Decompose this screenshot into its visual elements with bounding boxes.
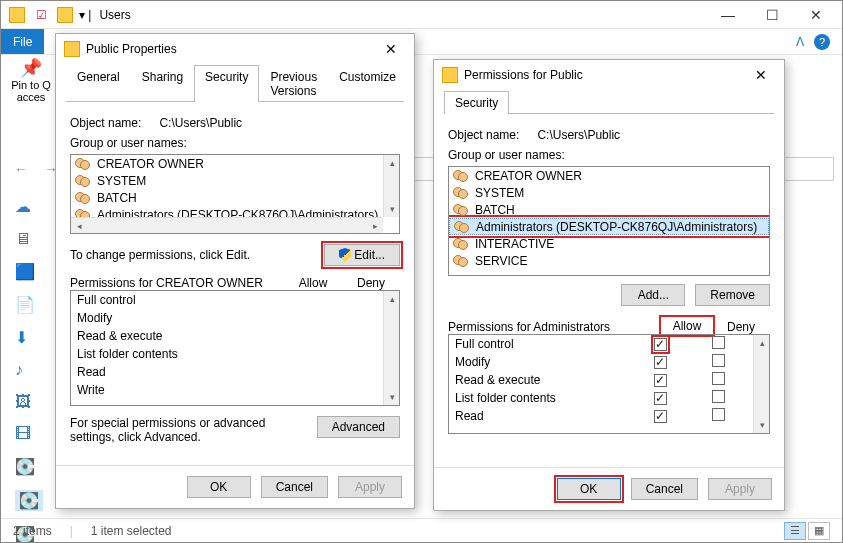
object-name-value: C:\Users\Public	[159, 116, 242, 130]
help-icon[interactable]: ?	[814, 34, 830, 50]
item-icon-selected[interactable]: 💽	[15, 490, 43, 511]
status-bar: 2 items | 1 item selected ☰ ▦	[1, 518, 842, 542]
view-icons[interactable]: ▦	[808, 522, 830, 540]
group-icon	[75, 175, 91, 187]
perms-ok-button[interactable]: OK	[557, 478, 621, 500]
tab-general[interactable]: General	[66, 65, 131, 102]
object-name-label: Object name:	[448, 128, 519, 142]
scrollbar-vertical[interactable]: ▴▾	[383, 291, 399, 405]
list-item[interactable]: BATCH	[449, 201, 769, 218]
allow-checkbox[interactable]	[654, 392, 667, 405]
back-button[interactable]: ←	[9, 157, 33, 181]
allow-checkbox[interactable]	[654, 410, 667, 423]
perms-title: Permissions for Public	[464, 68, 583, 82]
group-icon	[453, 170, 469, 182]
pictures-icon[interactable]: 🖼	[15, 393, 43, 411]
list-item[interactable]: BATCH	[71, 189, 383, 206]
pin-label2: acces	[17, 91, 46, 103]
scrollbar-vertical[interactable]: ▴▾	[383, 155, 399, 217]
videos-icon[interactable]: 🎞	[15, 425, 43, 443]
permissions-dialog: Permissions for Public ✕ Security Object…	[433, 59, 785, 511]
edit-button[interactable]: Edit...	[324, 244, 400, 266]
allow-checkbox[interactable]	[654, 356, 667, 369]
allow-checkbox[interactable]	[654, 374, 667, 387]
edit-hint: To change permissions, click Edit.	[70, 248, 324, 262]
pin-label1: Pin to Q	[11, 79, 51, 91]
documents-icon[interactable]: 📄	[15, 295, 43, 314]
tab-customize[interactable]: Customize	[328, 65, 407, 102]
close-button[interactable]: ✕	[794, 1, 838, 29]
minimize-button[interactable]: —	[706, 1, 750, 29]
perm-row: Modify	[449, 353, 753, 371]
folder-icon	[442, 67, 458, 83]
allow-header: Allow	[662, 318, 712, 334]
props-cancel-button[interactable]: Cancel	[261, 476, 328, 498]
group-icon	[453, 204, 469, 216]
advanced-button[interactable]: Advanced	[317, 416, 400, 438]
props-group-list[interactable]: CREATOR OWNERSYSTEMBATCHAdministrators (…	[70, 154, 400, 234]
pin-quick-access[interactable]: 📌 Pin to Q acces	[9, 57, 53, 103]
properties-dialog: Public Properties ✕ GeneralSharingSecuri…	[55, 33, 415, 509]
props-close-button[interactable]: ✕	[376, 37, 406, 61]
onedrive-icon[interactable]: ☁	[15, 197, 43, 216]
window-title: Users	[99, 8, 130, 22]
perm-row: Full control	[71, 291, 383, 309]
ribbon-chevron-icon[interactable]: ᐱ	[796, 35, 804, 49]
folder-icon	[64, 41, 80, 57]
perm-for-label: Permissions for CREATOR OWNER	[70, 276, 284, 290]
props-perm-grid[interactable]: Full controlModifyRead & executeList fol…	[70, 290, 400, 406]
allow-header: Allow	[284, 276, 342, 290]
tab-security[interactable]: Security	[444, 91, 509, 114]
perm-row: List folder contents	[71, 345, 383, 363]
perm-row: Read & execute	[71, 327, 383, 345]
deny-header: Deny	[712, 320, 770, 334]
perms-apply-button[interactable]: Apply	[708, 478, 772, 500]
group-icon	[75, 192, 91, 204]
perms-perm-grid[interactable]: Full controlModifyRead & executeList fol…	[448, 334, 770, 434]
desktop-icon[interactable]: 🟦	[15, 262, 43, 281]
shield-icon	[339, 248, 351, 262]
add-button[interactable]: Add...	[621, 284, 685, 306]
deny-checkbox[interactable]	[712, 336, 725, 349]
tab-previous-versions[interactable]: Previous Versions	[259, 65, 328, 102]
view-details[interactable]: ☰	[784, 522, 806, 540]
perms-close-button[interactable]: ✕	[746, 63, 776, 87]
props-ok-button[interactable]: OK	[187, 476, 251, 498]
perm-row: List folder contents	[449, 389, 753, 407]
scrollbar-horizontal[interactable]: ◂▸	[71, 217, 383, 233]
list-item[interactable]: SYSTEM	[449, 184, 769, 201]
object-name-label: Object name:	[70, 116, 141, 130]
maximize-button[interactable]: ☐	[750, 1, 794, 29]
folder-icon	[9, 7, 25, 23]
list-item[interactable]: Administrators (DESKTOP-CK876QJ\Administ…	[449, 218, 769, 235]
this-pc-icon[interactable]: 🖥	[15, 230, 43, 248]
perms-cancel-button[interactable]: Cancel	[631, 478, 698, 500]
main-titlebar: ☑ ▾ | Users — ☐ ✕	[1, 1, 842, 29]
deny-checkbox[interactable]	[712, 354, 725, 367]
list-item[interactable]: INTERACTIVE	[449, 235, 769, 252]
advanced-hint: For special permissions or advanced sett…	[70, 416, 305, 444]
drive-icon[interactable]: 💽	[15, 457, 43, 476]
deny-checkbox[interactable]	[712, 372, 725, 385]
list-item[interactable]: CREATOR OWNER	[71, 155, 383, 172]
status-items: 2 items	[13, 524, 52, 538]
nav-tree[interactable]: ☁ 🖥 🟦 📄 ⬇ ♪ 🖼 🎞 💽 💽 💽	[15, 197, 43, 543]
pin-icon: 📌	[9, 57, 53, 79]
remove-button[interactable]: Remove	[695, 284, 770, 306]
downloads-icon[interactable]: ⬇	[15, 328, 43, 347]
list-item[interactable]: SYSTEM	[71, 172, 383, 189]
props-apply-button[interactable]: Apply	[338, 476, 402, 498]
perms-group-list[interactable]: CREATOR OWNERSYSTEMBATCHAdministrators (…	[448, 166, 770, 276]
deny-checkbox[interactable]	[712, 408, 725, 421]
list-item[interactable]: SERVICE	[449, 252, 769, 269]
object-name-value: C:\Users\Public	[537, 128, 620, 142]
deny-checkbox[interactable]	[712, 390, 725, 403]
music-icon[interactable]: ♪	[15, 361, 43, 379]
file-menu[interactable]: File	[1, 29, 44, 54]
tab-security[interactable]: Security	[194, 65, 259, 102]
list-item[interactable]: Administrators (DESKTOP-CK876QJ\Administ…	[71, 206, 383, 217]
tab-sharing[interactable]: Sharing	[131, 65, 194, 102]
list-item[interactable]: CREATOR OWNER	[449, 167, 769, 184]
allow-checkbox[interactable]	[654, 338, 667, 351]
scrollbar-vertical[interactable]: ▴▾	[753, 335, 769, 433]
